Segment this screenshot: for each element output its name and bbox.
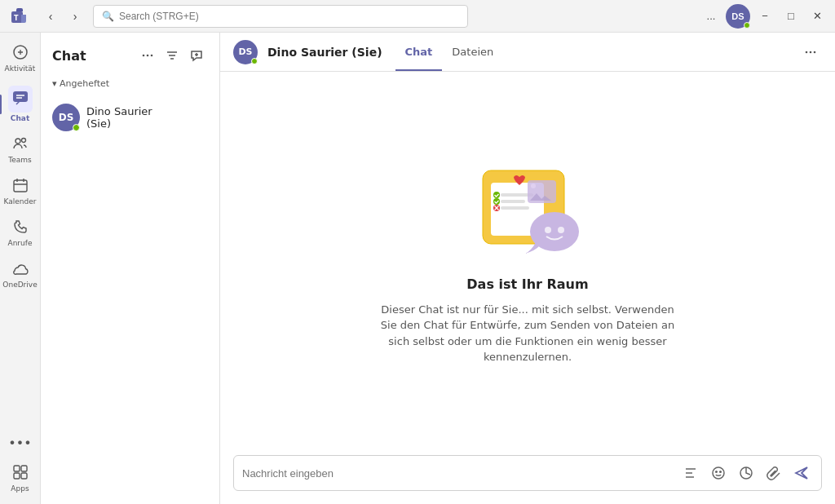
emoji-button[interactable] <box>707 462 730 484</box>
chat-label: Chat <box>11 114 29 122</box>
svg-point-38 <box>713 467 724 479</box>
svg-point-39 <box>716 471 718 473</box>
nav-buttons: ‹ › <box>39 5 86 28</box>
chat-item-more-button[interactable] <box>185 106 208 129</box>
more-options-button[interactable]: ... <box>700 5 722 28</box>
kalender-label: Kalender <box>4 197 37 206</box>
minimize-button[interactable]: − <box>753 5 776 28</box>
status-indicator <box>744 22 750 29</box>
chat-sidebar: Chat ▾ Angehe <box>41 33 220 504</box>
search-icon: 🔍 <box>102 11 114 22</box>
activity-icon <box>12 44 29 63</box>
svg-point-36 <box>545 227 551 233</box>
content-area: DS Dino Saurier (Sie) Chat Dateien <box>220 33 835 504</box>
chat-item-avatar: DS <box>52 104 80 131</box>
send-button[interactable] <box>790 462 813 484</box>
svg-point-30 <box>493 192 500 198</box>
welcome-text: Dieser Chat ist nur für Sie... mit sich … <box>373 302 683 365</box>
close-button[interactable]: ✕ <box>806 5 828 28</box>
message-input-box[interactable] <box>233 455 822 491</box>
sticker-button[interactable] <box>735 462 758 484</box>
svg-text:T: T <box>14 15 19 22</box>
chat-status-dot <box>73 124 80 131</box>
svg-point-19 <box>192 117 193 118</box>
sidebar-item-chat[interactable]: Chat <box>2 81 38 127</box>
svg-rect-3 <box>13 91 28 102</box>
onedrive-label: OneDrive <box>2 281 37 289</box>
back-button[interactable]: ‹ <box>39 5 62 28</box>
svg-rect-10 <box>21 473 27 479</box>
teams-icon <box>12 135 29 154</box>
new-chat-button[interactable] <box>185 44 208 67</box>
svg-rect-8 <box>21 466 27 471</box>
svg-point-5 <box>21 139 25 143</box>
chat-sidebar-header: Chat <box>41 33 219 75</box>
anrufe-label: Anrufe <box>8 239 33 247</box>
sidebar-item-anrufe[interactable]: Anrufe <box>2 214 38 252</box>
content-name: Dino Saurier (Sie) <box>267 46 382 59</box>
tab-dateien[interactable]: Dateien <box>442 34 503 71</box>
chat-sidebar-actions <box>136 44 208 67</box>
sidebar-item-aktivitat[interactable]: Aktivität <box>2 39 38 77</box>
pinned-label[interactable]: ▾ Angeheftet <box>52 78 208 89</box>
svg-point-13 <box>151 55 153 57</box>
svg-point-23 <box>810 51 812 53</box>
svg-point-34 <box>531 183 536 188</box>
svg-point-11 <box>143 55 145 57</box>
more-icon: ••• <box>8 435 31 451</box>
filter-button[interactable] <box>161 44 183 67</box>
welcome-title: Das ist Ihr Raum <box>466 276 588 292</box>
svg-point-12 <box>147 55 149 57</box>
sidebar-item-kalender[interactable]: Kalender <box>2 172 38 210</box>
maximize-button[interactable]: □ <box>780 5 802 28</box>
main-layout: Aktivität Chat Teams <box>0 33 835 504</box>
svg-point-31 <box>493 198 500 205</box>
content-tabs: Chat Dateien <box>395 34 504 70</box>
svg-point-20 <box>196 117 197 118</box>
sidebar-item-onedrive[interactable]: OneDrive <box>2 255 38 294</box>
content-header: DS Dino Saurier (Sie) Chat Dateien <box>220 33 835 72</box>
chat-item-video-button[interactable]: 📷 <box>161 106 183 129</box>
aktivitat-label: Aktivität <box>5 64 36 73</box>
sidebar-item-apps[interactable]: Apps <box>2 459 38 497</box>
chat-item-dino[interactable]: DS Dino Saurier (Sie) 📷 <box>44 97 216 138</box>
svg-rect-9 <box>14 473 20 479</box>
svg-point-22 <box>806 51 808 53</box>
titlebar: T ‹ › 🔍 ... DS − □ ✕ <box>0 0 835 33</box>
phone-icon <box>12 219 29 237</box>
format-button[interactable] <box>679 462 702 484</box>
svg-point-37 <box>558 227 564 233</box>
svg-rect-28 <box>501 200 525 203</box>
more-options-chat-button[interactable] <box>136 44 159 67</box>
svg-point-40 <box>720 471 722 473</box>
message-input[interactable] <box>242 467 674 480</box>
welcome-illustration <box>458 154 597 276</box>
svg-point-21 <box>199 117 201 118</box>
message-area: Das ist Ihr Raum Dieser Chat ist nur für… <box>220 72 835 447</box>
sidebar-item-teams[interactable]: Teams <box>2 130 38 169</box>
svg-point-24 <box>814 51 816 53</box>
sidebar-nav: Aktivität Chat Teams <box>0 33 41 504</box>
calendar-icon <box>12 177 29 196</box>
titlebar-right: ... DS − □ ✕ <box>700 4 828 29</box>
attach-button[interactable] <box>762 462 785 484</box>
content-status-dot <box>251 58 258 64</box>
teams-logo: T <box>7 3 33 29</box>
search-input[interactable] <box>119 11 459 22</box>
chat-item-name: Dino Saurier (Sie) <box>86 105 154 130</box>
chat-icon <box>8 86 33 113</box>
apps-icon <box>12 464 29 483</box>
user-avatar-button[interactable]: DS <box>726 4 750 29</box>
content-header-more <box>799 41 822 64</box>
content-more-button[interactable] <box>799 41 822 64</box>
tab-chat[interactable]: Chat <box>395 34 443 71</box>
content-avatar: DS <box>233 40 258 64</box>
svg-rect-7 <box>14 466 20 471</box>
search-bar[interactable]: 🔍 <box>93 5 468 28</box>
svg-rect-29 <box>501 206 529 210</box>
forward-button[interactable]: › <box>64 5 86 28</box>
teams-label: Teams <box>8 156 31 164</box>
more-nav-button[interactable]: ••• <box>2 431 38 456</box>
svg-point-4 <box>15 139 20 144</box>
pinned-section: ▾ Angeheftet <box>41 75 219 97</box>
